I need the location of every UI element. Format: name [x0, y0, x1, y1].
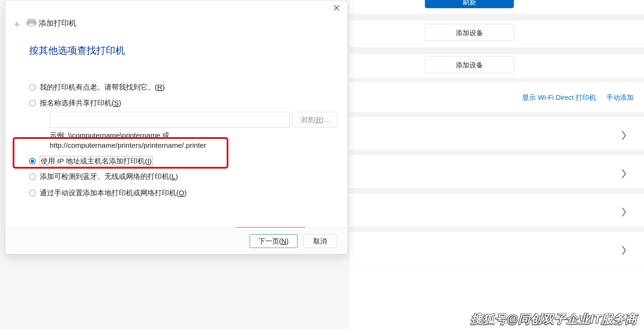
close-button[interactable] — [330, 2, 343, 13]
option-label: 使用 IP 地址或主机名添加打印机(I) — [40, 156, 153, 166]
add-device-button-1[interactable]: 添加设备 — [425, 24, 514, 41]
radio-icon — [29, 84, 36, 91]
option-by-ip[interactable]: 使用 IP 地址或主机名添加打印机(I) — [29, 156, 153, 166]
svg-rect-0 — [28, 19, 35, 21]
settings-card[interactable] — [350, 116, 644, 150]
settings-card[interactable] — [350, 231, 644, 265]
chevron-right-icon — [621, 131, 627, 136]
option-older-printer[interactable]: 我的打印机有点老。请帮我找到它。(R) — [29, 82, 165, 92]
chevron-right-icon — [621, 169, 627, 174]
radio-icon — [29, 190, 36, 196]
panel-divider — [350, 227, 644, 231]
show-wifi-direct-link[interactable]: 显示 Wi-Fi Direct 打印机 — [522, 93, 596, 102]
add-printer-dialog: 添加打印机 按其他选项查找打印机 我的打印机有点老。请帮我找到它。(R) 按名称… — [5, 0, 348, 254]
next-button[interactable]: 下一页(N) — [250, 234, 298, 248]
dialog-title: 添加打印机 — [39, 18, 76, 28]
panel-divider — [350, 78, 644, 82]
printer-icon — [26, 17, 37, 28]
add-device-button-2[interactable]: 添加设备 — [425, 56, 514, 73]
browse-button[interactable]: 浏览(R)... — [292, 112, 337, 128]
option-label: 添加可检测到蓝牙、无线或网络的打印机(L) — [40, 172, 178, 181]
svg-rect-2 — [29, 23, 34, 26]
option-wireless[interactable]: 添加可检测到蓝牙、无线或网络的打印机(L) — [29, 172, 178, 181]
radio-icon — [29, 173, 36, 180]
shared-printer-name-input[interactable] — [50, 112, 290, 128]
option-by-name[interactable]: 按名称选择共享打印机(S) — [29, 98, 121, 108]
panel-divider — [350, 150, 644, 155]
option-manual[interactable]: 通过手动设置添加本地打印机或网络打印机(O) — [29, 188, 187, 198]
chevron-right-icon — [621, 207, 627, 213]
printer-links-row: 显示 Wi-Fi Direct 打印机 手动添加 — [370, 82, 634, 113]
radio-icon — [29, 158, 36, 164]
settings-card[interactable] — [350, 193, 644, 227]
panel-divider — [350, 14, 644, 21]
radio-icon — [29, 100, 36, 106]
example-text: 示例: \\computername\printername 或 http://… — [50, 130, 206, 150]
close-icon — [333, 5, 340, 11]
arrow-left-icon — [14, 21, 21, 28]
back-button[interactable] — [12, 19, 22, 29]
panel-divider — [350, 189, 644, 193]
chevron-right-icon — [621, 246, 627, 251]
manual-add-link[interactable]: 手动添加 — [606, 93, 634, 102]
panel-divider — [350, 47, 644, 54]
dialog-footer: 下一页(N) 取消 — [5, 227, 348, 254]
option-label: 通过手动设置添加本地打印机或网络打印机(O) — [40, 188, 187, 198]
settings-background-panel: 刷新 添加设备 添加设备 显示 Wi-Fi Direct 打印机 手动添加 — [350, 0, 644, 329]
refresh-button[interactable]: 刷新 — [425, 0, 514, 8]
panel-divider — [350, 112, 644, 116]
cancel-button[interactable]: 取消 — [303, 234, 337, 248]
option-label: 按名称选择共享打印机(S) — [40, 98, 121, 108]
settings-card[interactable] — [350, 155, 644, 189]
svg-point-3 — [35, 22, 35, 23]
option-label: 我的打印机有点老。请帮我找到它。(R) — [40, 82, 165, 92]
dialog-heading: 按其他选项查找打印机 — [29, 44, 125, 57]
